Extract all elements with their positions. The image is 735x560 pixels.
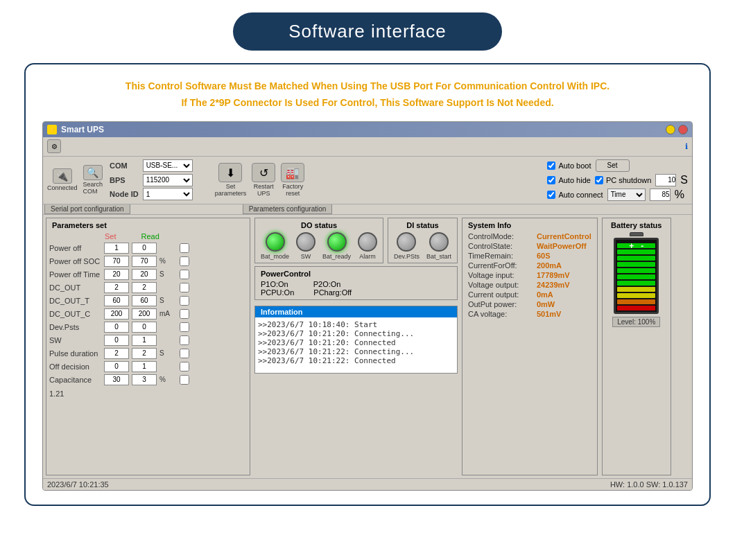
param-set-input[interactable]	[104, 269, 129, 280]
auto-connect-row: Auto connect Time %	[547, 189, 688, 201]
param-set-input[interactable]	[104, 256, 129, 267]
com-select[interactable]: USB-SE...	[143, 159, 193, 172]
battery-title: Battery status	[611, 221, 662, 229]
do-status-panel: DO status Bat_mode SW Bat_ready Alarm	[254, 218, 383, 263]
info-line: >>2023/6/7 10:21:20: Connecting...	[258, 329, 454, 338]
close-button[interactable]	[678, 125, 688, 134]
param-read-input[interactable]	[132, 308, 157, 320]
param-checkbox[interactable]	[180, 309, 189, 319]
power-control-rows2: PCPU:On PCharg:Off	[261, 288, 451, 297]
led-indicator	[358, 232, 377, 252]
param-set-input[interactable]	[104, 374, 129, 385]
param-set-input[interactable]	[104, 361, 129, 372]
settings-icon-btn[interactable]: ⚙	[47, 139, 61, 153]
info-line: >>2023/6/7 10:21:22: Connected	[258, 356, 454, 365]
param-name: Power off Time	[49, 270, 101, 279]
param-read-input[interactable]	[132, 335, 157, 346]
sys-info-row: CurrentForOff: 200mA	[468, 261, 591, 270]
param-read-input[interactable]	[132, 256, 157, 267]
time-select[interactable]: Time	[607, 189, 646, 201]
battery-visual-wrapper: +-	[614, 238, 659, 314]
outer-container: This Control Software Must Be Matched Wh…	[24, 63, 711, 506]
time-pct-input[interactable]	[650, 189, 671, 201]
pc-shutdown-time-input[interactable]	[655, 174, 676, 186]
param-checkbox[interactable]	[180, 296, 189, 306]
param-set-input[interactable]	[104, 282, 129, 293]
led-group: Bat_mode	[261, 232, 289, 260]
param-set-input[interactable]	[104, 322, 129, 333]
led-label: Dev.PSts	[394, 253, 420, 260]
sys-val: 0mW	[537, 300, 555, 308]
right-controls: Auto boot Set Auto hide PC shutdown S	[547, 159, 688, 201]
param-read-input[interactable]	[132, 269, 157, 280]
param-checkbox[interactable]	[180, 349, 189, 358]
header-title: Software interface	[288, 21, 447, 42]
read-sublabel: Read	[141, 232, 159, 240]
param-row: Power off SOC %	[49, 256, 247, 267]
param-checkbox[interactable]	[180, 322, 189, 332]
battery-bar	[617, 262, 655, 267]
param-unit: S	[159, 349, 177, 357]
led-group: SW	[296, 232, 315, 260]
param-set-input[interactable]	[104, 335, 129, 346]
restart-ups-btn[interactable]: ↺ RestartUPS	[252, 163, 275, 197]
info-line: >>2023/6/7 10:21:22: Connecting...	[258, 347, 454, 356]
param-read-input[interactable]	[132, 295, 157, 306]
param-set-input[interactable]	[104, 308, 129, 320]
auto-connect-checkbox-label: Auto connect	[547, 191, 603, 199]
param-checkbox[interactable]	[180, 243, 189, 253]
power-control-panel: PowerControl P1O:On P2O:On PCPU:On PChar…	[254, 266, 458, 300]
param-name: Power off SOC	[49, 257, 101, 265]
factory-reset-btn[interactable]: 🏭 Factoryreset	[281, 163, 304, 197]
param-read-input[interactable]	[132, 243, 157, 254]
auto-hide-checkbox[interactable]	[547, 176, 555, 184]
param-read-input[interactable]	[132, 374, 157, 385]
search-com-btn[interactable]: 🔍 SearchCOM	[83, 165, 103, 195]
connected-icon: 🔌	[53, 168, 72, 184]
param-read-input[interactable]	[132, 361, 157, 372]
param-name: DC_OUT_C	[49, 310, 101, 318]
status-bar: 2023/6/7 10:21:35 HW: 1.0.0 SW: 1.0.137	[43, 478, 692, 490]
minimize-button[interactable]	[666, 125, 675, 134]
sys-info-panel: System Info ControlMode: CurrentControl …	[462, 218, 598, 475]
sys-val: 60S	[537, 252, 551, 260]
param-read-input[interactable]	[132, 348, 157, 359]
param-checkbox[interactable]	[180, 362, 189, 371]
param-checkbox[interactable]	[180, 283, 189, 292]
param-read-input[interactable]	[132, 282, 157, 293]
param-checkbox[interactable]	[180, 335, 189, 345]
pc-shutdown-checkbox[interactable]	[595, 176, 603, 184]
do-di-row: DO status Bat_mode SW Bat_ready Alarm DI…	[254, 218, 458, 263]
auto-boot-checkbox[interactable]	[547, 161, 555, 170]
param-checkbox[interactable]	[180, 375, 189, 385]
params-section-label: Parameters configuration	[243, 204, 333, 214]
led-indicator	[429, 232, 449, 252]
param-checkbox[interactable]	[180, 256, 189, 266]
set-button[interactable]: Set	[596, 159, 630, 172]
param-set-input[interactable]	[104, 348, 129, 359]
param-read-input[interactable]	[132, 322, 157, 333]
bps-select[interactable]: 115200	[143, 174, 193, 186]
params-subheader: Set Read	[49, 232, 247, 240]
params-buttons: ⬇ Setparameters ↺ RestartUPS 🏭 Factoryre…	[215, 159, 305, 201]
param-set-input[interactable]	[104, 295, 129, 306]
param-row: DC_OUT	[49, 282, 247, 293]
auto-connect-checkbox[interactable]	[547, 191, 555, 199]
power-control-title: PowerControl	[261, 270, 451, 278]
param-set-input[interactable]	[104, 243, 129, 254]
node-select[interactable]: 1	[143, 188, 193, 200]
sys-info-row: TimeRemain: 60S	[468, 252, 591, 260]
led-group: Alarm	[358, 232, 377, 260]
set-params-btn[interactable]: ⬇ Setparameters	[215, 163, 247, 197]
pcpu-text: PCPU:On	[261, 288, 294, 297]
sys-val: 200mA	[537, 261, 562, 270]
pc-shutdown-label: PC shutdown	[595, 176, 651, 184]
led-indicator	[266, 232, 285, 252]
auto-hide-row: Auto hide PC shutdown S	[547, 174, 688, 186]
toolbar-row: ⚙ ℹ	[43, 137, 692, 157]
battery-top	[630, 232, 643, 236]
battery-bar	[617, 299, 655, 304]
serial-section-label: Serial port configuration	[44, 204, 130, 214]
connected-btn[interactable]: 🔌 Connected	[47, 168, 78, 191]
param-checkbox[interactable]	[180, 270, 189, 279]
